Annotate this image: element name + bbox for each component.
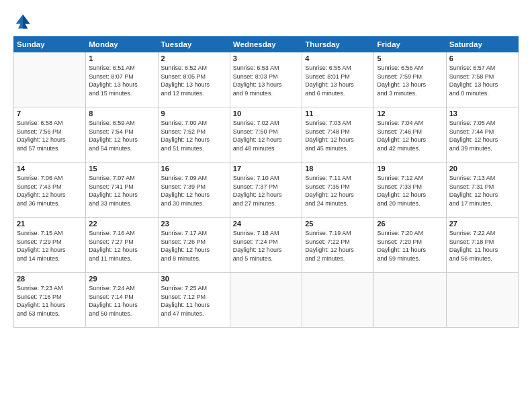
calendar-cell: 30Sunrise: 7:25 AM Sunset: 7:12 PM Dayli…: [158, 273, 230, 328]
calendar-day-header: Monday: [86, 37, 158, 52]
day-info: Sunrise: 7:09 AM Sunset: 7:39 PM Dayligh…: [161, 174, 227, 208]
calendar-cell: 2Sunrise: 6:52 AM Sunset: 8:05 PM Daylig…: [158, 52, 230, 107]
day-number: 1: [89, 54, 154, 62]
calendar-cell: 26Sunrise: 7:20 AM Sunset: 7:20 PM Dayli…: [374, 218, 446, 273]
day-info: Sunrise: 7:15 AM Sunset: 7:29 PM Dayligh…: [17, 229, 83, 263]
calendar-cell: [230, 273, 302, 328]
day-info: Sunrise: 7:07 AM Sunset: 7:41 PM Dayligh…: [89, 174, 154, 208]
day-number: 18: [305, 165, 371, 173]
day-number: 24: [233, 220, 299, 228]
calendar-cell: 12Sunrise: 7:04 AM Sunset: 7:46 PM Dayli…: [374, 107, 446, 163]
calendar-cell: 25Sunrise: 7:19 AM Sunset: 7:22 PM Dayli…: [302, 218, 374, 273]
calendar-cell: 15Sunrise: 7:07 AM Sunset: 7:41 PM Dayli…: [86, 163, 158, 218]
calendar-week-row: 28Sunrise: 7:23 AM Sunset: 7:16 PM Dayli…: [14, 273, 519, 328]
day-info: Sunrise: 7:12 AM Sunset: 7:33 PM Dayligh…: [377, 174, 443, 208]
day-info: Sunrise: 7:10 AM Sunset: 7:37 PM Dayligh…: [233, 174, 299, 208]
calendar-day-header: Friday: [374, 37, 446, 52]
day-info: Sunrise: 7:04 AM Sunset: 7:46 PM Dayligh…: [377, 119, 443, 152]
day-info: Sunrise: 7:25 AM Sunset: 7:12 PM Dayligh…: [161, 284, 227, 318]
calendar-cell: 18Sunrise: 7:11 AM Sunset: 7:35 PM Dayli…: [302, 163, 374, 218]
logo: [13, 12, 35, 31]
calendar-day-header: Thursday: [302, 37, 374, 52]
day-info: Sunrise: 6:55 AM Sunset: 8:01 PM Dayligh…: [305, 64, 371, 97]
day-number: 17: [233, 165, 299, 173]
day-info: Sunrise: 7:17 AM Sunset: 7:26 PM Dayligh…: [161, 229, 227, 263]
day-info: Sunrise: 7:03 AM Sunset: 7:48 PM Dayligh…: [305, 119, 371, 152]
calendar-cell: 17Sunrise: 7:10 AM Sunset: 7:37 PM Dayli…: [230, 163, 302, 218]
calendar-cell: 22Sunrise: 7:16 AM Sunset: 7:27 PM Dayli…: [86, 218, 158, 273]
calendar-cell: 27Sunrise: 7:22 AM Sunset: 7:18 PM Dayli…: [446, 218, 518, 273]
calendar-week-row: 21Sunrise: 7:15 AM Sunset: 7:29 PM Dayli…: [14, 218, 519, 273]
header: [13, 12, 519, 31]
day-info: Sunrise: 7:00 AM Sunset: 7:52 PM Dayligh…: [161, 119, 227, 152]
calendar-header-row: SundayMondayTuesdayWednesdayThursdayFrid…: [14, 37, 519, 52]
calendar-cell: 8Sunrise: 6:59 AM Sunset: 7:54 PM Daylig…: [86, 107, 158, 163]
calendar-cell: 7Sunrise: 6:58 AM Sunset: 7:56 PM Daylig…: [14, 107, 86, 163]
day-info: Sunrise: 6:51 AM Sunset: 8:07 PM Dayligh…: [89, 64, 154, 97]
day-info: Sunrise: 6:59 AM Sunset: 7:54 PM Dayligh…: [89, 119, 154, 152]
day-number: 8: [89, 109, 154, 118]
day-number: 13: [449, 109, 515, 118]
calendar-cell: 3Sunrise: 6:53 AM Sunset: 8:03 PM Daylig…: [230, 52, 302, 107]
calendar-cell: [14, 52, 86, 107]
calendar-day-header: Saturday: [446, 37, 518, 52]
calendar-cell: 1Sunrise: 6:51 AM Sunset: 8:07 PM Daylig…: [86, 52, 158, 107]
day-number: 5: [377, 54, 443, 62]
calendar-cell: 4Sunrise: 6:55 AM Sunset: 8:01 PM Daylig…: [302, 52, 374, 107]
calendar-cell: 16Sunrise: 7:09 AM Sunset: 7:39 PM Dayli…: [158, 163, 230, 218]
page: SundayMondayTuesdayWednesdayThursdayFrid…: [0, 0, 532, 411]
day-number: 25: [305, 220, 371, 228]
day-info: Sunrise: 7:05 AM Sunset: 7:44 PM Dayligh…: [449, 119, 515, 152]
calendar-cell: [446, 273, 518, 328]
day-number: 21: [17, 220, 83, 228]
day-info: Sunrise: 7:23 AM Sunset: 7:16 PM Dayligh…: [17, 284, 83, 318]
calendar-week-row: 14Sunrise: 7:06 AM Sunset: 7:43 PM Dayli…: [14, 163, 519, 218]
day-number: 11: [305, 109, 371, 118]
day-info: Sunrise: 6:57 AM Sunset: 7:58 PM Dayligh…: [449, 64, 515, 97]
day-number: 20: [449, 165, 515, 173]
day-number: 6: [449, 54, 515, 62]
day-info: Sunrise: 6:56 AM Sunset: 7:59 PM Dayligh…: [377, 64, 443, 97]
calendar-table: SundayMondayTuesdayWednesdayThursdayFrid…: [13, 36, 519, 328]
calendar-day-header: Sunday: [14, 37, 86, 52]
calendar-week-row: 7Sunrise: 6:58 AM Sunset: 7:56 PM Daylig…: [14, 107, 519, 163]
day-number: 14: [17, 165, 83, 173]
calendar-cell: 9Sunrise: 7:00 AM Sunset: 7:52 PM Daylig…: [158, 107, 230, 163]
day-info: Sunrise: 7:24 AM Sunset: 7:14 PM Dayligh…: [89, 284, 154, 318]
day-number: 16: [161, 165, 227, 173]
calendar-cell: 11Sunrise: 7:03 AM Sunset: 7:48 PM Dayli…: [302, 107, 374, 163]
day-info: Sunrise: 7:19 AM Sunset: 7:22 PM Dayligh…: [305, 229, 371, 263]
calendar-cell: 6Sunrise: 6:57 AM Sunset: 7:58 PM Daylig…: [446, 52, 518, 107]
day-info: Sunrise: 7:13 AM Sunset: 7:31 PM Dayligh…: [449, 174, 515, 208]
day-info: Sunrise: 6:52 AM Sunset: 8:05 PM Dayligh…: [161, 64, 227, 97]
day-number: 30: [161, 275, 227, 283]
day-number: 27: [449, 220, 515, 228]
day-number: 9: [161, 109, 227, 118]
day-info: Sunrise: 7:16 AM Sunset: 7:27 PM Dayligh…: [89, 229, 154, 263]
day-number: 23: [161, 220, 227, 228]
calendar-cell: [374, 273, 446, 328]
day-number: 7: [17, 109, 83, 118]
calendar-cell: 24Sunrise: 7:18 AM Sunset: 7:24 PM Dayli…: [230, 218, 302, 273]
day-number: 22: [89, 220, 154, 228]
svg-marker-1: [23, 15, 30, 29]
day-info: Sunrise: 7:11 AM Sunset: 7:35 PM Dayligh…: [305, 174, 371, 208]
calendar-day-header: Wednesday: [230, 37, 302, 52]
day-number: 28: [17, 275, 83, 283]
calendar-cell: 10Sunrise: 7:02 AM Sunset: 7:50 PM Dayli…: [230, 107, 302, 163]
day-number: 19: [377, 165, 443, 173]
day-info: Sunrise: 7:02 AM Sunset: 7:50 PM Dayligh…: [233, 119, 299, 152]
day-number: 29: [89, 275, 154, 283]
day-info: Sunrise: 7:20 AM Sunset: 7:20 PM Dayligh…: [377, 229, 443, 263]
calendar-cell: 14Sunrise: 7:06 AM Sunset: 7:43 PM Dayli…: [14, 163, 86, 218]
day-number: 15: [89, 165, 154, 173]
calendar-cell: 20Sunrise: 7:13 AM Sunset: 7:31 PM Dayli…: [446, 163, 518, 218]
day-number: 12: [377, 109, 443, 118]
day-info: Sunrise: 6:58 AM Sunset: 7:56 PM Dayligh…: [17, 119, 83, 152]
day-info: Sunrise: 6:53 AM Sunset: 8:03 PM Dayligh…: [233, 64, 299, 97]
day-number: 2: [161, 54, 227, 62]
day-number: 26: [377, 220, 443, 228]
day-info: Sunrise: 7:22 AM Sunset: 7:18 PM Dayligh…: [449, 229, 515, 263]
calendar-cell: 19Sunrise: 7:12 AM Sunset: 7:33 PM Dayli…: [374, 163, 446, 218]
day-info: Sunrise: 7:06 AM Sunset: 7:43 PM Dayligh…: [17, 174, 83, 208]
